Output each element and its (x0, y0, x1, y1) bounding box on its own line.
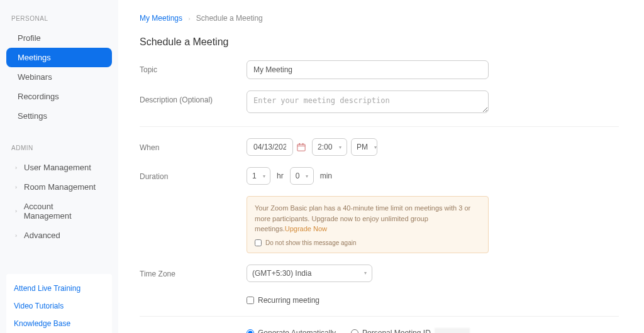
chevron-right-icon: › (188, 16, 190, 22)
label-timezone: Time Zone (140, 265, 247, 278)
radio-personal-id[interactable]: Personal Meeting ID (351, 328, 470, 334)
radio-generate-auto-input[interactable] (247, 329, 254, 334)
sidebar-admin-title: ADMIN (6, 142, 112, 158)
breadcrumb-current: Schedule a Meeting (196, 14, 263, 23)
sidebar-item-account-mgmt[interactable]: ›Account Management (6, 197, 112, 226)
sidebar-personal-title: PERSONAL (6, 13, 112, 28)
recurring-checkbox[interactable] (247, 297, 254, 304)
sidebar-item-recordings[interactable]: Recordings (6, 87, 112, 106)
sidebar-item-user-mgmt[interactable]: ›User Management (6, 158, 112, 177)
chevron-down-icon: ▾ (364, 270, 367, 276)
time-select[interactable]: 2:00▾ (312, 138, 347, 156)
duration-hr-select[interactable]: 1▾ (247, 167, 270, 185)
radio-personal-id-input[interactable] (351, 329, 358, 334)
hr-unit: hr (277, 172, 284, 180)
label-when: When (140, 138, 247, 152)
sidebar-item-meetings[interactable]: Meetings (6, 48, 112, 67)
sidebar-item-profile[interactable]: Profile (6, 28, 112, 48)
label-topic: Topic (140, 60, 247, 74)
sidebar-item-advanced[interactable]: ›Advanced (6, 226, 112, 245)
sidebar-item-label: Room Management (24, 182, 96, 192)
do-not-show-checkbox[interactable] (255, 239, 262, 246)
label-duration: Duration (140, 167, 247, 181)
breadcrumb-my-meetings[interactable]: My Meetings (140, 14, 182, 23)
date-input[interactable] (247, 138, 293, 156)
ampm-select[interactable]: PM▾ (351, 138, 377, 156)
label-description: Description (Optional) (140, 90, 247, 104)
page-title: Schedule a Meeting (140, 36, 619, 48)
chevron-right-icon: › (15, 165, 21, 171)
label-meeting-id: Meeting ID (140, 328, 247, 334)
divider (140, 126, 619, 127)
sidebar-extras: Attend Live Training Video Tutorials Kno… (6, 274, 112, 333)
chevron-right-icon: › (15, 184, 21, 190)
chevron-down-icon: ▾ (339, 145, 341, 150)
sidebar-item-settings[interactable]: Settings (6, 106, 112, 126)
sidebar-item-room-mgmt[interactable]: ›Room Management (6, 177, 112, 197)
chevron-right-icon: › (15, 232, 21, 239)
chevron-down-icon: ▾ (374, 145, 377, 150)
calendar-icon[interactable] (297, 143, 306, 151)
sidebar-item-webinars[interactable]: Webinars (6, 67, 112, 87)
do-not-show-label: Do not show this message again (265, 238, 357, 248)
sidebar: PERSONAL Profile Meetings Webinars Recor… (0, 0, 118, 333)
link-live-training[interactable]: Attend Live Training (14, 284, 104, 293)
breadcrumb: My Meetings › Schedule a Meeting (140, 14, 619, 23)
personal-meeting-id-value (435, 328, 470, 334)
sidebar-item-label: User Management (24, 163, 91, 172)
description-textarea[interactable] (247, 90, 489, 113)
radio-generate-auto[interactable]: Generate Automatically (247, 329, 336, 334)
recurring-label: Recurring meeting (258, 296, 319, 305)
svg-rect-0 (297, 145, 305, 151)
upgrade-link[interactable]: Upgrade Now (285, 225, 327, 232)
chevron-down-icon: ▾ (263, 173, 265, 179)
timezone-select[interactable]: (GMT+5:30) India▾ (247, 265, 372, 282)
main-content: My Meetings › Schedule a Meeting Schedul… (118, 0, 644, 333)
duration-min-select[interactable]: 0▾ (290, 167, 314, 185)
plan-notice: Your Zoom Basic plan has a 40-minute tim… (247, 196, 489, 253)
link-knowledge-base[interactable]: Knowledge Base (14, 319, 104, 328)
sidebar-item-label: Account Management (24, 202, 101, 221)
chevron-right-icon: › (15, 208, 21, 214)
min-unit: min (320, 172, 332, 180)
link-video-tutorials[interactable]: Video Tutorials (14, 302, 104, 310)
divider (140, 316, 619, 317)
topic-input[interactable] (247, 60, 489, 79)
sidebar-item-label: Advanced (24, 231, 60, 240)
chevron-down-icon: ▾ (306, 173, 308, 179)
